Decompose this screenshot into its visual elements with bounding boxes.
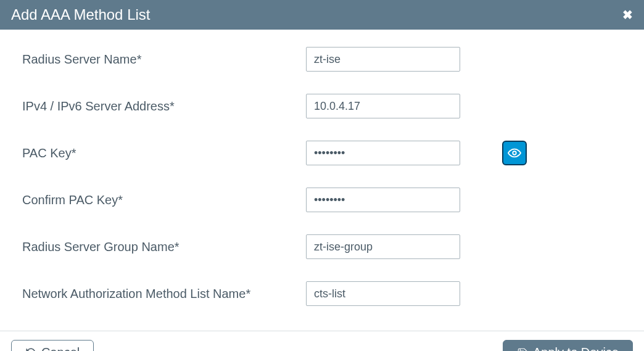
- label-group-name: Radius Server Group Name*: [22, 240, 306, 254]
- svg-point-0: [513, 151, 516, 155]
- label-radius-server-name: Radius Server Name*: [22, 52, 306, 67]
- input-server-address[interactable]: [306, 94, 460, 118]
- modal-footer: Cancel Apply to Device: [0, 331, 644, 351]
- row-radius-server-name: Radius Server Name*: [22, 47, 622, 72]
- row-server-address: IPv4 / IPv6 Server Address*: [22, 94, 622, 118]
- label-pac-key: PAC Key*: [22, 146, 306, 160]
- input-pac-key[interactable]: [306, 141, 460, 165]
- undo-icon: [25, 347, 36, 352]
- row-pac-key: PAC Key*: [22, 141, 622, 165]
- input-confirm-pac-key[interactable]: [306, 188, 460, 212]
- cancel-button-label: Cancel: [41, 345, 80, 351]
- form-body: Radius Server Name* IPv4 / IPv6 Server A…: [0, 30, 644, 331]
- input-radius-server-name[interactable]: [306, 47, 460, 72]
- row-method-list-name: Network Authorization Method List Name*: [22, 281, 622, 306]
- input-group-name[interactable]: [306, 234, 460, 259]
- cancel-button[interactable]: Cancel: [11, 340, 94, 351]
- row-confirm-pac-key: Confirm PAC Key*: [22, 188, 622, 212]
- apply-button[interactable]: Apply to Device: [503, 340, 633, 351]
- reveal-password-button[interactable]: [502, 141, 527, 165]
- label-method-list-name: Network Authorization Method List Name*: [22, 287, 306, 301]
- modal-header: Add AAA Method List ✖: [0, 0, 644, 30]
- save-icon: [517, 347, 528, 352]
- modal-title: Add AAA Method List: [11, 6, 150, 23]
- eye-icon: [508, 146, 521, 160]
- label-server-address: IPv4 / IPv6 Server Address*: [22, 99, 306, 114]
- close-icon[interactable]: ✖: [622, 7, 633, 22]
- input-method-list-name[interactable]: [306, 281, 460, 306]
- apply-button-label: Apply to Device: [533, 345, 619, 351]
- label-confirm-pac-key: Confirm PAC Key*: [22, 193, 306, 207]
- row-group-name: Radius Server Group Name*: [22, 234, 622, 259]
